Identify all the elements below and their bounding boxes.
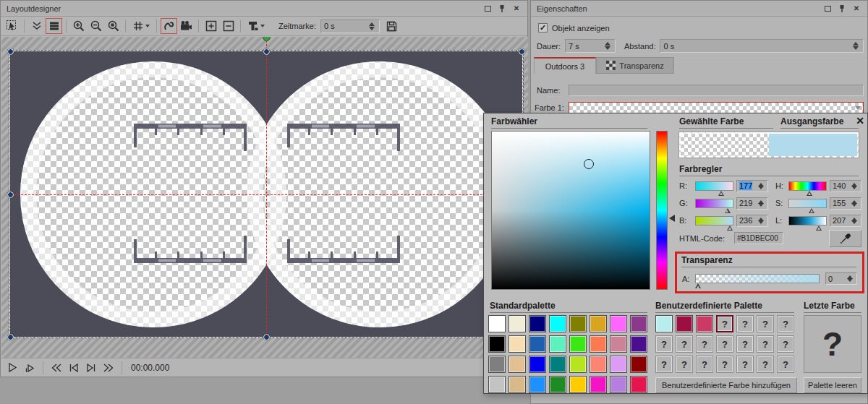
r-value-input[interactable]: 177 <box>736 180 768 192</box>
custom-palette-swatch[interactable]: ? <box>716 315 733 332</box>
selection-handle-s[interactable] <box>263 334 270 340</box>
selection-handle-n[interactable] <box>263 48 270 55</box>
dauer-spinner[interactable] <box>603 40 612 52</box>
play-icon[interactable] <box>5 361 20 374</box>
custom-palette-swatch[interactable]: ? <box>655 335 673 353</box>
s-slider[interactable] <box>788 199 827 208</box>
palette-swatch[interactable] <box>590 376 607 393</box>
abstand-input[interactable]: 0 s <box>660 39 864 53</box>
objekt-anzeigen-checkbox[interactable]: ✓ <box>538 23 548 33</box>
s-value-input[interactable]: 155 <box>830 197 861 210</box>
save-icon[interactable] <box>383 18 400 34</box>
selection-handle-sw[interactable] <box>7 334 14 340</box>
selection-handle-nw[interactable] <box>7 48 14 55</box>
custom-palette-swatch[interactable]: ? <box>757 335 774 353</box>
l-slider[interactable] <box>788 216 827 225</box>
custom-palette-swatch[interactable]: ? <box>777 335 794 353</box>
dauer-input[interactable]: 7 s <box>565 39 616 53</box>
palette-swatch[interactable] <box>549 376 566 393</box>
camera-icon[interactable] <box>178 18 195 34</box>
b-slider[interactable] <box>695 216 733 225</box>
name-input[interactable] <box>569 85 864 96</box>
palette-swatch[interactable] <box>569 376 587 393</box>
palette-swatch[interactable] <box>509 315 526 332</box>
l-marker[interactable] <box>816 225 822 231</box>
palette-swatch[interactable] <box>569 356 587 373</box>
palette-swatch[interactable] <box>590 315 607 332</box>
palette-swatch[interactable] <box>610 376 627 393</box>
r-spinner[interactable] <box>757 181 765 192</box>
custom-palette-swatch[interactable]: ? <box>777 356 794 373</box>
custom-palette-swatch[interactable]: ? <box>716 335 733 353</box>
palette-swatch[interactable] <box>488 356 506 373</box>
zeitmarke-spinner[interactable] <box>367 20 376 33</box>
selection-handle-w[interactable] <box>7 192 14 198</box>
custom-palette-swatch[interactable] <box>676 315 693 332</box>
alpha-input[interactable]: 0 <box>825 272 857 285</box>
h-spinner[interactable] <box>850 181 859 192</box>
rotation-handle[interactable] <box>263 37 271 41</box>
remove-object-icon[interactable] <box>220 18 237 34</box>
add-object-icon[interactable] <box>203 18 219 34</box>
zoom-fit-icon[interactable] <box>105 18 122 34</box>
custom-palette-swatch[interactable]: ? <box>696 335 713 353</box>
color-pick-marker[interactable] <box>584 159 594 169</box>
r-marker[interactable] <box>718 191 724 196</box>
jump-end-icon[interactable] <box>84 361 98 374</box>
close-icon[interactable]: ✕ <box>511 4 522 14</box>
b-spinner[interactable] <box>757 215 765 226</box>
selection-rectangle[interactable] <box>9 51 523 338</box>
eyedropper-button[interactable] <box>829 230 861 247</box>
s-marker[interactable] <box>809 208 814 213</box>
saturation-lightness-square[interactable] <box>491 131 650 290</box>
play-from-marker-icon[interactable] <box>22 361 37 374</box>
custom-palette-swatch[interactable] <box>696 315 713 332</box>
rewind-icon[interactable] <box>49 361 64 374</box>
html-code-input[interactable]: #B1DBEC00 <box>734 232 783 244</box>
h-slider[interactable] <box>788 181 827 191</box>
h-marker[interactable] <box>807 191 812 196</box>
palette-swatch[interactable] <box>509 356 526 373</box>
hue-marker[interactable] <box>669 215 675 222</box>
add-custom-color-button[interactable]: Benutzerdefinierte Farbe hinzufügen <box>655 377 797 393</box>
palette-swatch[interactable] <box>610 315 627 332</box>
maximize-icon[interactable] <box>822 4 833 14</box>
select-tool-icon[interactable] <box>4 18 20 34</box>
collapse-chevrons-icon[interactable] <box>28 18 45 34</box>
s-curve-icon[interactable] <box>161 18 177 34</box>
s-spinner[interactable] <box>850 198 859 209</box>
layer-rows-icon[interactable] <box>46 18 62 34</box>
close-icon[interactable]: ✕ <box>851 4 861 14</box>
g-marker[interactable] <box>725 208 731 213</box>
palette-swatch[interactable] <box>549 335 566 353</box>
farbe1-swatch[interactable] <box>569 102 864 113</box>
palette-swatch[interactable] <box>529 335 546 353</box>
b-marker[interactable] <box>727 225 733 231</box>
custom-palette-swatch[interactable]: ? <box>655 356 673 373</box>
custom-palette-swatch[interactable]: ? <box>676 356 693 373</box>
palette-swatch[interactable] <box>569 315 587 332</box>
palette-swatch[interactable] <box>630 315 647 332</box>
palette-swatch[interactable] <box>488 376 506 393</box>
palette-swatch[interactable] <box>569 335 587 353</box>
zoom-out-icon[interactable] <box>88 18 104 34</box>
custom-palette-swatch[interactable]: ? <box>757 356 774 373</box>
custom-palette-swatch[interactable]: ? <box>777 315 794 332</box>
b-value-input[interactable]: 236 <box>736 215 768 227</box>
palette-swatch[interactable] <box>590 335 607 353</box>
palette-swatch[interactable] <box>610 335 627 353</box>
selection-handle-ne[interactable] <box>519 48 525 55</box>
jump-start-icon[interactable] <box>67 361 81 374</box>
palette-swatch[interactable] <box>529 315 546 332</box>
custom-palette-swatch[interactable]: ? <box>716 356 733 373</box>
tab-outdoors-3[interactable]: Outdoors 3 <box>534 57 596 74</box>
alpha-slider[interactable] <box>695 274 820 283</box>
object-menu-icon[interactable] <box>244 18 268 34</box>
pin-icon[interactable] <box>497 4 507 14</box>
l-spinner[interactable] <box>850 215 859 226</box>
alpha-spinner[interactable] <box>846 273 854 284</box>
palette-swatch[interactable] <box>509 376 526 393</box>
clear-palette-button[interactable]: Palette leeren <box>804 377 861 393</box>
l-value-input[interactable]: 207 <box>830 215 861 227</box>
palette-swatch[interactable] <box>590 356 607 373</box>
